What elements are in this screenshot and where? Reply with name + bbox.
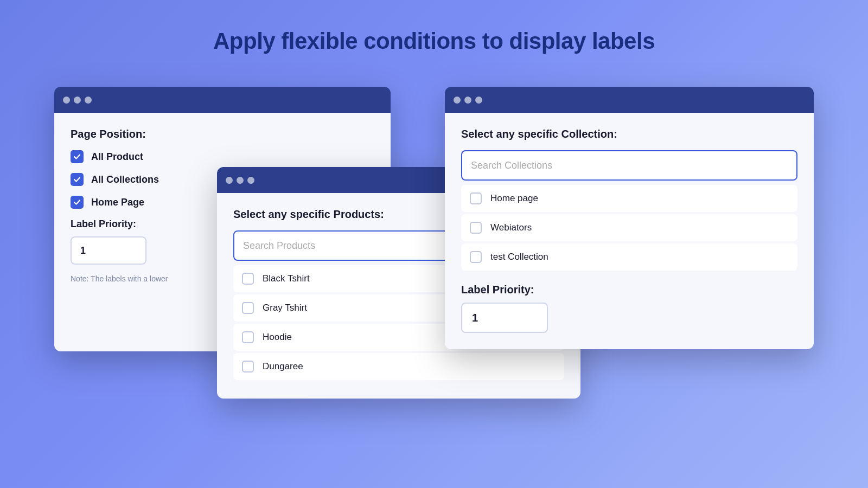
- dot-1-3: [85, 97, 92, 104]
- checkbox-home-page-label: Home Page: [91, 197, 144, 208]
- list-item-home-page[interactable]: Home page: [461, 185, 797, 212]
- list-item-dungaree[interactable]: Dungaree: [233, 353, 564, 380]
- cards-container: Page Position: All Product All Collectio…: [54, 87, 814, 445]
- checkbox-webiators[interactable]: [470, 222, 482, 234]
- priority-input-3[interactable]: 1: [461, 303, 548, 333]
- label-priority-heading-3: Label Priority:: [461, 284, 797, 296]
- dot-3-3: [475, 97, 482, 104]
- checkbox-home-page-icon[interactable]: [71, 196, 84, 209]
- checkbox-all-product-label: All Product: [91, 151, 143, 163]
- list-item-webiators[interactable]: Webiators: [461, 214, 797, 241]
- dot-3-1: [454, 97, 461, 104]
- search-collections-placeholder: Search Collections: [471, 160, 552, 171]
- checkbox-all-collections-label: All Collections: [91, 174, 159, 185]
- label-webiators: Webiators: [490, 222, 532, 233]
- label-test-collection: test Collection: [490, 252, 548, 262]
- checkbox-black-tshirt[interactable]: [242, 273, 254, 285]
- checkbox-all-product-icon[interactable]: [71, 150, 84, 163]
- page-position-label: Page Position:: [71, 128, 374, 140]
- checkbox-dungaree[interactable]: [242, 361, 254, 373]
- search-products-placeholder: Search Products: [243, 240, 315, 252]
- label-hoodie: Hoodie: [263, 332, 292, 343]
- window-3-body: Select any specific Collection: Search C…: [445, 113, 814, 349]
- dot-2-3: [247, 177, 254, 184]
- page-title: Apply flexible conditions to display lab…: [213, 28, 655, 54]
- label-home-page-col: Home page: [490, 193, 538, 204]
- checkbox-hoodie[interactable]: [242, 331, 254, 343]
- dot-1-1: [63, 97, 70, 104]
- label-black-tshirt: Black Tshirt: [263, 273, 310, 284]
- dot-2-2: [237, 177, 244, 184]
- checkbox-home-page-col[interactable]: [470, 192, 482, 204]
- checkbox-row-all-product[interactable]: All Product: [71, 150, 374, 163]
- priority-input-1[interactable]: 1: [71, 236, 146, 265]
- label-gray-tshirt: Gray Tshirt: [263, 303, 307, 313]
- label-dungaree: Dungaree: [263, 361, 303, 372]
- checkbox-test-collection[interactable]: [470, 251, 482, 263]
- dot-3-2: [464, 97, 471, 104]
- window-collections: Select any specific Collection: Search C…: [445, 87, 814, 349]
- checkbox-all-collections-icon[interactable]: [71, 173, 84, 186]
- titlebar-3: [445, 87, 814, 113]
- titlebar-1: [54, 87, 391, 113]
- checkbox-gray-tshirt[interactable]: [242, 302, 254, 314]
- collections-section-label: Select any specific Collection:: [461, 128, 797, 140]
- dot-1-2: [74, 97, 81, 104]
- list-item-test-collection[interactable]: test Collection: [461, 243, 797, 271]
- dot-2-1: [226, 177, 233, 184]
- search-collections-input[interactable]: Search Collections: [461, 150, 797, 181]
